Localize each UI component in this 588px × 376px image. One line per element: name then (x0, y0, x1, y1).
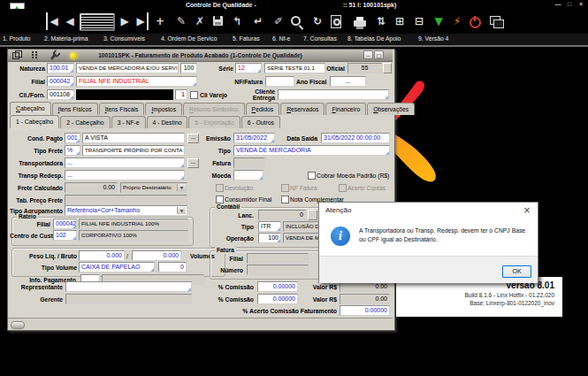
window-minimize-button[interactable]: – (363, 50, 373, 59)
bulb-icon[interactable] (70, 52, 77, 59)
preview-document-icon[interactable] (331, 15, 341, 28)
menu-versao-4[interactable]: 9. Versão 4 (418, 34, 448, 44)
consumidor-final-label: Consumidor Final (225, 196, 271, 203)
minimize-button[interactable]: — (553, 0, 563, 8)
tab-impostos[interactable]: Impostos (145, 103, 182, 115)
next-record-icon[interactable]: ▶ (119, 12, 130, 30)
document-add-icon[interactable]: ⊞ (393, 12, 406, 30)
cond-pagto-code-field[interactable]: 001 (65, 133, 80, 143)
tab-cabecalho[interactable]: Cabeçalho (10, 102, 51, 115)
close-button[interactable]: × (576, 0, 586, 8)
refresh-icon[interactable]: ↻ (311, 12, 324, 30)
first-record-icon[interactable]: ◀ (46, 12, 59, 30)
representante-field[interactable] (65, 281, 192, 292)
tipo-agrupamento-select[interactable]: Referência+Cor+Tamanho▼ (65, 205, 187, 216)
tab-observacoes[interactable]: Observações (367, 103, 415, 115)
oficial-label: Oficial (325, 64, 345, 74)
transportadora-label: Transportadora (8, 158, 63, 169)
sort-transfer-icon[interactable]: ⇅ (375, 12, 387, 30)
edit-record-icon[interactable]: ✎ (175, 12, 187, 30)
natureza-code-field[interactable]: 100.01 (47, 63, 74, 73)
filter-apply-icon[interactable]: ▼ (432, 12, 445, 30)
menu-consumiveis[interactable]: 3. Consumíveis (103, 34, 145, 44)
ano-fiscal-field[interactable]: ... (330, 76, 366, 87)
cliente-entrega-field[interactable] (278, 89, 389, 100)
record-list-icon[interactable] (80, 13, 115, 31)
maximize-button[interactable]: □ (564, 0, 575, 8)
cond-pagto-desc-field: A VISTA (82, 133, 185, 143)
undo-icon[interactable]: ↰ (231, 12, 243, 30)
centro-custo-code-field[interactable]: 102 (53, 230, 77, 241)
status-lights-icon[interactable] (32, 51, 38, 59)
tipo-frete-code-field[interactable]: % (65, 145, 80, 156)
natureza-desc-field: VENDA DE MERCADORIA E/OU SERVI (76, 63, 179, 73)
document-remove-icon[interactable]: ⊟ (413, 12, 425, 30)
cliente-entrega-label: Cliente Entrega (234, 88, 275, 101)
consumidor-final-checkbox[interactable] (216, 196, 224, 203)
cli-varejo-checkbox[interactable] (190, 91, 198, 99)
search-icon[interactable] (291, 16, 301, 26)
app-title: Controle De Qualidade - (186, 1, 256, 9)
moeda-field[interactable] (233, 170, 263, 180)
tab-pedidos[interactable]: Pedidos (246, 103, 280, 115)
tab-reservados[interactable]: Reservados (280, 103, 325, 115)
emissao-field[interactable]: 31/05/2022 (233, 133, 275, 143)
filial-code-field[interactable]: 000042 (47, 76, 74, 87)
subtab-3-nfe[interactable]: 3 - NF-e (111, 116, 146, 128)
moeda-label: Moeda (176, 171, 231, 181)
tab-itens-fisicos[interactable]: Itens Físicos (52, 103, 98, 115)
window-restore-icon[interactable] (12, 52, 19, 59)
acerto-comissao-field[interactable]: 0.00000 (340, 305, 390, 316)
subtab-6-outros[interactable]: 6 - Outros (241, 116, 280, 128)
tab-financeiro[interactable]: Financeiro (325, 103, 366, 115)
comissao2-field[interactable]: 0.00000 (257, 294, 298, 304)
subtab-2-cabecalho[interactable]: 2 - Cabeçalho (60, 116, 110, 128)
menu-faturas[interactable]: 5. Faturas (233, 34, 260, 44)
peso-bruto-field[interactable]: 0.000 (132, 250, 181, 261)
last-record-icon[interactable]: ▶ (135, 12, 149, 30)
tab-itens-fiscais[interactable]: Itens Fiscais (99, 103, 145, 115)
cobrar-moeda-checkbox[interactable] (308, 172, 316, 180)
operacao-code-field[interactable]: 100 (258, 233, 281, 243)
oficial-button[interactable] (383, 63, 392, 73)
nota-complementar-checkbox[interactable] (281, 196, 289, 203)
exit-power-icon[interactable] (470, 17, 481, 28)
cli-forn-code-field[interactable]: 001108 (47, 89, 74, 100)
menu-materia-prima[interactable]: 2. Matéria-prima (44, 34, 88, 44)
menu-nfe[interactable]: 6. Nf-e (272, 34, 290, 44)
lanc-button[interactable] (308, 210, 317, 220)
tipo-volume-field[interactable]: CAIXA DE PAPELAO (79, 262, 155, 272)
dialog-close-icon[interactable]: × (520, 204, 534, 216)
tipo-field[interactable]: VENDA DE MERCADORIA (233, 145, 390, 156)
transp-redesp-field[interactable]: ... (65, 170, 185, 180)
rateio-filial-code-field[interactable]: 000042 (53, 219, 77, 229)
arrange-windows-icon[interactable] (490, 16, 500, 25)
window-maximize-button[interactable]: □ (374, 50, 384, 59)
frete-mode-select[interactable]: Próprio Destinatário▼ (120, 182, 187, 193)
menu-ordem-servico[interactable]: 4. Ordem De Servico (161, 34, 217, 44)
save-record-icon[interactable] (213, 16, 223, 26)
menu-consultas[interactable]: 7. Consultas (303, 34, 337, 44)
comissao1-field[interactable]: 0.00000 (257, 281, 298, 292)
peso-separator: / (126, 252, 128, 260)
peso-liquido-field[interactable]: 0.000 (79, 250, 125, 261)
nf-fatura-field[interactable] (265, 76, 294, 87)
serie-label: Série (204, 64, 233, 74)
subtab-4-destino[interactable]: 4 - Destino (147, 116, 188, 128)
volumes-field[interactable]: 0 (158, 262, 187, 272)
ok-button[interactable]: OK (502, 265, 531, 278)
data-saida-field[interactable]: 31/05/2022 00:00:00 (321, 133, 390, 143)
add-record-icon[interactable]: + (154, 12, 166, 30)
filter-clear-icon[interactable]: ⚡ (451, 12, 463, 30)
delete-record-icon[interactable]: ✗ (194, 12, 206, 30)
serie-code-field[interactable]: 12 (235, 63, 262, 73)
clear-brush-icon[interactable]: ✐ (272, 12, 285, 30)
contabil-tipo-code-field[interactable]: ITR (258, 221, 281, 232)
confirm-icon[interactable]: ↵ (252, 12, 264, 30)
subtab-1-cabecalho[interactable]: 1 - Cabeçalho (10, 115, 59, 128)
previous-record-icon[interactable]: ◀ (65, 12, 75, 30)
print-icon[interactable] (354, 20, 366, 27)
transportadora-field[interactable]: ... (65, 157, 185, 168)
menu-produto[interactable]: 1. Produto (3, 34, 30, 44)
menu-tabelas-apoio[interactable]: 8. Tabelas De Apoio (347, 34, 401, 44)
